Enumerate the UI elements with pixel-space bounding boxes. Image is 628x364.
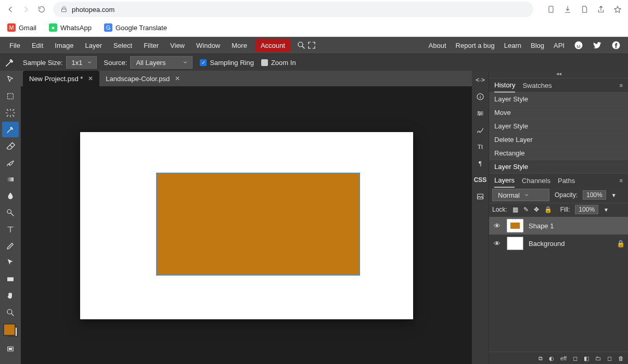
panel-menu-icon[interactable]: ≡ [620,82,623,88]
blend-mode-select[interactable]: Normal [492,189,549,201]
adjustments-icon[interactable] [473,106,488,121]
layer-thumbnail[interactable] [507,219,523,232]
back-icon[interactable] [6,5,15,14]
star-icon[interactable] [613,5,622,14]
canvas-area[interactable] [21,86,472,364]
history-item[interactable]: Layer Style [489,160,628,173]
reload-icon[interactable] [37,5,46,14]
zoom-in-checkbox[interactable]: Zoom In [261,59,296,67]
menu-layer[interactable]: Layer [80,38,108,53]
menu-image[interactable]: Image [49,38,79,53]
paragraph-panel-icon[interactable]: ¶ [473,156,488,171]
search-icon[interactable] [297,41,306,50]
close-icon[interactable]: ✕ [88,75,93,82]
document-tab[interactable]: Landscape-Color.psd ✕ [99,71,186,86]
canvas[interactable] [80,132,413,319]
share-icon[interactable] [597,5,605,14]
source-select[interactable]: All Layers [130,56,193,69]
collapse-icon[interactable]: <·> [473,73,488,87]
brush-panel-icon[interactable] [473,123,488,137]
menu-view[interactable]: View [165,38,190,53]
link-layers-icon[interactable]: ⧉ [539,355,543,362]
link-report-bug[interactable]: Report a bug [456,42,495,49]
bookmark-google-translate[interactable]: G Google Translate [104,23,167,32]
eyedropper-tool[interactable] [2,122,19,137]
link-about[interactable]: About [429,42,446,49]
pen-tool[interactable] [2,238,19,254]
rectangle-shape[interactable] [157,174,359,275]
gradient-tool[interactable] [2,172,19,187]
document-tab[interactable]: New Project.psd * ✕ [23,71,99,86]
layer-effects-icon[interactable]: eff [560,355,567,361]
history-item[interactable]: Delete Layer [489,133,628,146]
color-swatch[interactable] [3,323,18,337]
twitter-icon[interactable] [593,41,602,50]
bookmark-gmail[interactable]: M Gmail [7,23,36,32]
account-button[interactable]: Account [255,39,290,52]
image-panel-icon[interactable] [473,189,488,204]
visibility-icon[interactable]: 👁 [492,240,502,248]
history-item[interactable]: Layer Style [489,92,628,106]
bookmark-whatsapp[interactable]: ● WhatsApp [49,23,92,32]
character-panel-icon[interactable]: Tt [473,139,488,154]
tab-paths[interactable]: Paths [558,174,575,187]
fullscreen-icon[interactable] [307,41,316,50]
link-api[interactable]: API [554,42,565,49]
sampling-ring-checkbox[interactable]: ✓ Sampling Ring [200,59,254,67]
address-bar[interactable]: photopea.com [53,2,533,17]
tab-channels[interactable]: Channels [522,174,550,187]
menu-more[interactable]: More [226,38,252,53]
menu-filter[interactable]: Filter [138,38,164,53]
reddit-icon[interactable] [574,41,583,50]
menu-edit[interactable]: Edit [27,38,48,53]
zoom-tool[interactable] [2,305,19,320]
history-item[interactable]: Move [489,106,628,119]
info-icon[interactable] [473,89,488,104]
lock-position-icon[interactable]: ✥ [534,206,539,213]
sample-size-select[interactable]: 1x1 [66,56,97,69]
clipboard-icon[interactable] [547,5,555,14]
layer-row[interactable]: 👁 Background 🔒 [489,235,628,252]
visibility-icon[interactable]: 👁 [492,222,502,230]
marquee-tool[interactable] [2,88,19,104]
link-blog[interactable]: Blog [531,42,544,49]
foreground-color[interactable] [3,323,16,336]
panel-menu-icon[interactable]: ≡ [620,177,623,184]
chevron-down-icon[interactable]: ▼ [604,207,609,213]
layer-name[interactable]: Shape 1 [529,222,554,230]
menu-file[interactable]: File [4,38,25,53]
opacity-value[interactable]: 100% [583,190,606,200]
download-icon[interactable] [563,5,572,14]
eraser-tool[interactable] [2,138,19,154]
hand-tool[interactable] [2,288,19,304]
menu-select[interactable]: Select [108,38,137,53]
layer-thumbnail[interactable] [507,237,523,250]
new-layer-icon[interactable]: ◻ [607,355,612,362]
close-icon[interactable]: ✕ [175,75,180,82]
lock-paint-icon[interactable]: ✎ [523,206,529,213]
chevron-down-icon[interactable]: ▼ [611,192,617,198]
path-select-tool[interactable] [2,255,19,270]
quick-mask-tool[interactable] [2,341,19,357]
rectangle-tool[interactable] [2,271,19,287]
tab-history[interactable]: History [494,78,515,93]
delete-layer-icon[interactable]: 🗑 [618,355,624,361]
layer-name[interactable]: Background [529,240,565,248]
dodge-tool[interactable] [2,205,19,220]
menu-window[interactable]: Window [191,38,225,53]
tab-layers[interactable]: Layers [494,173,515,188]
magic-wand-tool[interactable] [2,105,19,121]
layer-style-icon[interactable]: ◐ [549,355,554,362]
blur-tool[interactable] [2,188,19,204]
fill-value[interactable]: 100% [575,205,598,214]
lock-all-icon[interactable]: 🔒 [544,206,552,213]
history-item[interactable]: Layer Style [489,119,628,133]
link-learn[interactable]: Learn [504,42,521,49]
history-item[interactable]: Rectangle [489,146,628,160]
layer-row[interactable]: 👁 Shape 1 [489,217,628,235]
doc-icon[interactable] [580,5,588,14]
layer-mask-icon[interactable]: ◻ [573,355,578,362]
adjustment-layer-icon[interactable]: ◧ [584,355,589,362]
tab-swatches[interactable]: Swatches [522,79,552,92]
brush-tool[interactable] [2,155,19,171]
